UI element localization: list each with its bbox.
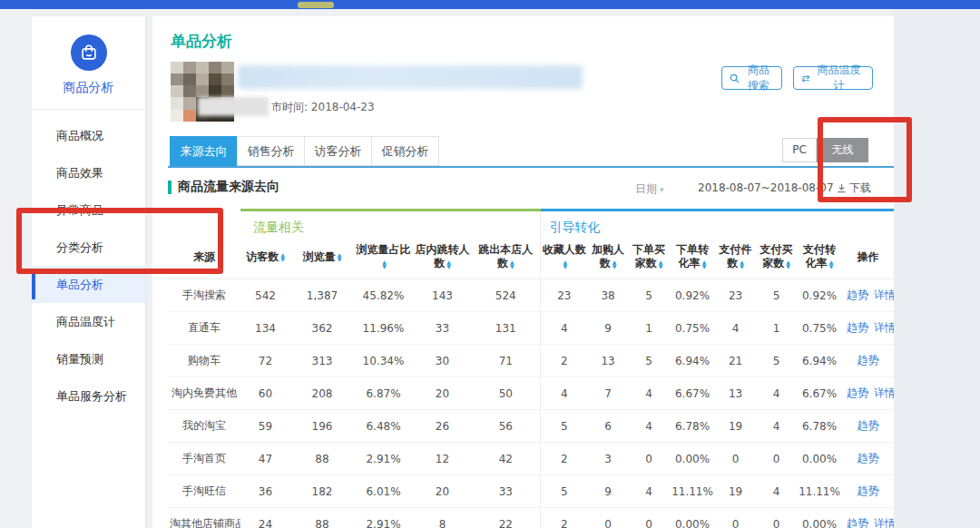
sort-icon[interactable]: ▲▼ — [338, 252, 342, 261]
value-cell: 0.92% — [670, 279, 715, 312]
toggle-pc[interactable]: PC — [782, 138, 817, 162]
search-icon — [730, 73, 740, 83]
sort-icon[interactable]: ▲▼ — [702, 259, 707, 269]
sort-icon[interactable]: ▲▼ — [829, 259, 834, 269]
value-cell: 3 — [588, 443, 628, 475]
value-cell: 0.00% — [670, 443, 715, 475]
value-cell: 22 — [472, 508, 540, 528]
column-header[interactable]: 支付件数▲▼ — [715, 236, 756, 279]
column-header: 操作 — [842, 236, 894, 279]
value-cell: 1 — [628, 312, 670, 345]
device-toggle: PC 无线 — [782, 138, 868, 162]
trend-link[interactable]: 趋势 — [847, 517, 868, 528]
tab-item[interactable]: 销售分析 — [237, 136, 305, 166]
sidebar-item-link[interactable]: 销量预测 — [32, 340, 145, 377]
value-cell: 4 — [756, 475, 797, 508]
value-cell: 13 — [715, 377, 756, 410]
value-cell: 6.67% — [797, 377, 842, 410]
value-cell: 208 — [290, 377, 354, 410]
value-cell: 33 — [413, 312, 472, 345]
table-row: 淘其他店铺商品24882.91%8222000.00%000.00%趋势详情 — [168, 508, 894, 528]
value-cell: 11.11% — [797, 475, 842, 508]
column-header[interactable]: 支付买家数▲▼ — [756, 236, 797, 279]
sort-icon[interactable]: ▲▼ — [280, 252, 285, 261]
detail-link[interactable]: 详情 — [874, 321, 894, 334]
download-button[interactable]: 下载 — [837, 181, 871, 196]
trend-link[interactable]: 趋势 — [847, 321, 868, 334]
column-header[interactable]: 收藏人数▲▼ — [540, 236, 588, 279]
column-header[interactable]: 店内跳转人数▲▼ — [413, 236, 472, 279]
column-header[interactable]: 浏览量▲▼ — [290, 236, 354, 279]
sort-icon[interactable]: ▲▼ — [510, 259, 514, 269]
sidebar-item-link[interactable]: 商品温度计 — [32, 303, 145, 340]
sort-icon[interactable]: ▲▼ — [563, 259, 567, 269]
value-cell: 4 — [540, 312, 588, 345]
tab-item[interactable]: 访客分析 — [304, 136, 372, 166]
column-label: 浏览量 — [303, 250, 336, 263]
value-cell: 0 — [628, 443, 670, 475]
source-cell: 淘内免费其他 — [168, 377, 240, 410]
actions-cell: 趋势 — [842, 475, 894, 508]
column-header[interactable]: 支付转化率▲▼ — [797, 236, 842, 279]
sort-icon[interactable]: ▲▼ — [786, 259, 790, 269]
tab-item[interactable]: 促销分析 — [371, 136, 439, 166]
column-header[interactable]: 加购人数▲▼ — [588, 236, 628, 279]
sort-icon[interactable]: ▲▼ — [659, 259, 663, 269]
sort-icon[interactable]: ▲▼ — [740, 259, 744, 269]
value-cell: 313 — [290, 345, 354, 377]
group-spacer — [168, 210, 240, 236]
trend-link[interactable]: 趋势 — [858, 419, 879, 432]
sort-icon[interactable]: ▲▼ — [382, 259, 387, 269]
sidebar-item-link[interactable]: 异常商品 — [32, 191, 145, 229]
value-cell: 88 — [290, 508, 354, 528]
trend-link[interactable]: 趋势 — [847, 386, 868, 399]
value-cell: 6.78% — [797, 410, 842, 443]
value-cell: 131 — [472, 312, 540, 345]
detail-link[interactable]: 详情 — [874, 288, 894, 301]
table-group-header-row: 流量相关 引导转化 — [168, 210, 894, 236]
trend-link[interactable]: 趋势 — [847, 288, 868, 301]
column-header: 来源 — [168, 236, 240, 279]
sidebar-item-link[interactable]: 商品效果 — [32, 154, 145, 191]
value-cell: 12 — [413, 443, 472, 475]
actions-cell: 趋势详情 — [842, 377, 894, 410]
value-cell: 2 — [540, 443, 588, 475]
column-label: 跳出本店人数 — [478, 243, 533, 269]
column-header[interactable]: 跳出本店人数▲▼ — [472, 236, 540, 279]
column-header[interactable]: 访客数▲▼ — [240, 236, 290, 279]
trend-link[interactable]: 趋势 — [858, 354, 879, 367]
actions-cell: 趋势详情 — [842, 508, 894, 528]
value-cell: 134 — [240, 312, 290, 345]
date-filter-label: 日期 — [635, 182, 657, 195]
sidebar-item-link[interactable]: 分类分析 — [32, 229, 145, 266]
value-cell: 11.96% — [354, 312, 413, 345]
table-row: 手淘首页47882.91%12422300.00%000.00%趋势 — [168, 443, 894, 475]
column-header[interactable]: 浏览量占比▲▼ — [354, 236, 413, 279]
sort-icon[interactable]: ▲▼ — [612, 259, 617, 269]
value-cell: 23 — [715, 279, 756, 312]
value-cell: 38 — [588, 279, 628, 312]
sort-icon[interactable]: ▲▼ — [446, 259, 451, 269]
value-cell: 0 — [715, 508, 756, 528]
sidebar-item-link[interactable]: 单品服务分析 — [32, 377, 145, 415]
tab-active[interactable]: 来源去向 — [170, 136, 238, 166]
product-thermometer-label: 商品温度计 — [813, 63, 865, 93]
trend-link[interactable]: 趋势 — [858, 452, 879, 464]
detail-link[interactable]: 详情 — [874, 386, 894, 399]
value-cell: 0 — [628, 508, 670, 528]
sidebar-item-link[interactable]: 商品概况 — [32, 117, 145, 154]
page-background — [894, 9, 980, 528]
value-cell: 13 — [588, 345, 628, 377]
value-cell: 0.92% — [797, 279, 842, 312]
product-search-button[interactable]: 商品搜索 — [721, 66, 782, 90]
column-header[interactable]: 下单买家数▲▼ — [628, 236, 670, 279]
toggle-wireless[interactable]: 无线 — [817, 138, 868, 162]
sidebar-item-active[interactable]: 单品分析 — [32, 266, 145, 303]
source-cell: 购物车 — [168, 345, 240, 377]
detail-link[interactable]: 详情 — [874, 517, 894, 528]
trend-link[interactable]: 趋势 — [858, 484, 879, 497]
product-thermometer-button[interactable]: ⇄ 商品温度计 — [793, 66, 873, 90]
date-filter-dropdown[interactable]: 日期▾ — [635, 181, 664, 197]
value-cell: 36 — [240, 475, 290, 508]
column-header[interactable]: 下单转化率▲▼ — [670, 236, 715, 279]
